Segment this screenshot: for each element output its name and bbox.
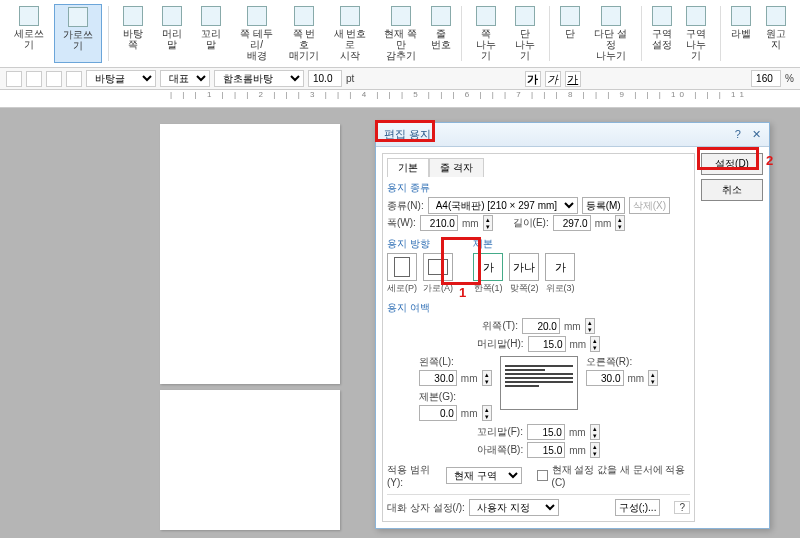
font-select[interactable]: 함초롬바탕 bbox=[214, 70, 304, 87]
paper-kind-label: 용지 종류 bbox=[387, 181, 690, 195]
underline-btn[interactable]: 가 bbox=[565, 71, 581, 87]
spinner-icon[interactable]: ▴▾ bbox=[648, 370, 658, 386]
section-break-icon bbox=[686, 6, 706, 26]
spinner-icon[interactable]: ▴▾ bbox=[482, 370, 492, 386]
page-number-icon bbox=[294, 6, 314, 26]
margin-header-input[interactable] bbox=[528, 336, 566, 352]
help-icon[interactable]: ? bbox=[735, 128, 741, 140]
preset-select[interactable]: 사용자 지정 bbox=[469, 499, 559, 516]
master-page-icon bbox=[123, 6, 143, 26]
dialog-title: 편집 용지 bbox=[384, 127, 431, 142]
ribbon-item-footer[interactable]: 꼬리말 bbox=[192, 4, 229, 63]
zoom-input[interactable] bbox=[751, 70, 781, 87]
ribbon-item-vertical-write[interactable]: 세로쓰기 bbox=[6, 4, 52, 63]
tb-btn[interactable] bbox=[66, 71, 82, 87]
binding-two[interactable]: 가나맞쪽(2) bbox=[509, 253, 539, 295]
ribbon-item-hide-page[interactable]: 현재 쪽만 감추기 bbox=[376, 4, 425, 63]
format-toolbar: 바탕글 대표 함초롬바탕 pt 가 가 가 % bbox=[0, 68, 800, 90]
margin-footer-input[interactable] bbox=[527, 424, 565, 440]
page-break-icon bbox=[476, 6, 496, 26]
help-icon[interactable]: ? bbox=[674, 501, 690, 514]
margin-right-input[interactable] bbox=[586, 370, 624, 386]
margins-label: 용지 여백 bbox=[387, 301, 690, 315]
italic-btn[interactable]: 가 bbox=[545, 71, 561, 87]
rep-select[interactable]: 대표 bbox=[160, 70, 210, 87]
ribbon-item-master-page[interactable]: 바탕쪽 bbox=[115, 4, 152, 63]
ribbon-item-section-setup[interactable]: 구역 설정 bbox=[648, 4, 676, 63]
horizontal-ruler: | | | 1 | | | 2 | | | 3 | | | 4 | | | 5 … bbox=[0, 90, 800, 108]
tab-basic[interactable]: 기본 bbox=[387, 158, 429, 177]
compose-button[interactable]: 구성(;)... bbox=[615, 499, 661, 516]
column-break-icon bbox=[515, 6, 535, 26]
margin-bottom-input[interactable] bbox=[527, 442, 565, 458]
margin-left-input[interactable] bbox=[419, 370, 457, 386]
cancel-button[interactable]: 취소 bbox=[701, 179, 763, 201]
spinner-icon[interactable]: ▴▾ bbox=[590, 442, 600, 458]
section-setup-icon bbox=[652, 6, 672, 26]
dialog-tabs: 기본 줄 격자 bbox=[387, 158, 690, 177]
vertical-write-icon bbox=[19, 6, 39, 26]
ribbon-item-line-number[interactable]: 줄 번호 bbox=[427, 4, 455, 63]
page[interactable] bbox=[160, 390, 340, 530]
margin-gutter-input[interactable] bbox=[419, 405, 457, 421]
ribbon-item-page-border[interactable]: 쪽 테두리/ 배경 bbox=[231, 4, 282, 63]
spinner-icon[interactable]: ▴▾ bbox=[482, 405, 492, 421]
new-number-icon bbox=[340, 6, 360, 26]
bold-btn[interactable]: 가 bbox=[525, 71, 541, 87]
page-setup-dialog: 편집 용지 ? ✕ 기본 줄 격자 용지 종류 종류(N): A4(국배판) [… bbox=[375, 122, 770, 529]
register-button[interactable]: 등록(M) bbox=[582, 197, 625, 214]
binding-up[interactable]: 가위로(3) bbox=[545, 253, 575, 295]
manuscript-icon bbox=[766, 6, 786, 26]
ribbon-item-multi-column[interactable]: 다단 설정 나누기 bbox=[586, 4, 635, 63]
spinner-icon[interactable]: ▴▾ bbox=[590, 336, 600, 352]
ribbon-item-page-number[interactable]: 쪽 번호 매기기 bbox=[284, 4, 323, 63]
ribbon-item-section-break[interactable]: 구역 나누기 bbox=[678, 4, 715, 63]
page[interactable] bbox=[160, 124, 340, 384]
ribbon-item-horizontal-write[interactable]: 가로쓰기 bbox=[54, 4, 102, 63]
delete-button: 삭제(X) bbox=[629, 197, 670, 214]
tb-btn[interactable] bbox=[26, 71, 42, 87]
apply-new-doc-checkbox[interactable] bbox=[537, 470, 547, 481]
style-select[interactable]: 바탕글 bbox=[86, 70, 156, 87]
ribbon-item-page-break[interactable]: 쪽 나누기 bbox=[468, 4, 505, 63]
spinner-icon[interactable]: ▴▾ bbox=[483, 215, 493, 231]
ok-button[interactable]: 설정(D) bbox=[701, 153, 763, 175]
page-border-icon bbox=[247, 6, 267, 26]
orient-portrait[interactable]: 세로(P) bbox=[387, 253, 417, 295]
paper-height-input[interactable] bbox=[553, 215, 591, 231]
binding-one[interactable]: 가한쪽(1) bbox=[473, 253, 503, 295]
ribbon-item-label[interactable]: 라벨 bbox=[727, 4, 755, 63]
line-number-icon bbox=[431, 6, 451, 26]
dialog-titlebar: 편집 용지 ? ✕ bbox=[376, 123, 769, 147]
ribbon-item-columns[interactable]: 단 bbox=[556, 4, 584, 63]
orientation-label: 용지 방향 bbox=[387, 237, 453, 251]
orient-landscape[interactable]: 가로(A) bbox=[423, 253, 453, 295]
spinner-icon[interactable]: ▴▾ bbox=[590, 424, 600, 440]
annotation-number: 2 bbox=[766, 153, 773, 168]
close-icon[interactable]: ✕ bbox=[752, 128, 761, 140]
margin-top-input[interactable] bbox=[522, 318, 560, 334]
ribbon-item-manuscript[interactable]: 원고지 bbox=[757, 4, 794, 63]
tab-grid[interactable]: 줄 격자 bbox=[429, 158, 484, 177]
tb-btn[interactable] bbox=[46, 71, 62, 87]
paper-width-input[interactable] bbox=[420, 215, 458, 231]
ribbon-item-header[interactable]: 머리말 bbox=[154, 4, 191, 63]
horizontal-write-icon bbox=[68, 7, 88, 27]
label-icon bbox=[731, 6, 751, 26]
binding-label: 제본 bbox=[473, 237, 575, 251]
margin-preview bbox=[500, 356, 578, 410]
spinner-icon[interactable]: ▴▾ bbox=[615, 215, 625, 231]
scope-select[interactable]: 현재 구역 bbox=[446, 467, 521, 484]
header-icon bbox=[162, 6, 182, 26]
font-size[interactable] bbox=[308, 70, 342, 87]
paper-type-select[interactable]: A4(국배판) [210 × 297 mm] bbox=[428, 197, 578, 214]
tb-btn[interactable] bbox=[6, 71, 22, 87]
annotation-number: 1 bbox=[459, 285, 466, 300]
ribbon-item-new-number[interactable]: 새 번호로 시작 bbox=[326, 4, 375, 63]
ribbon-item-column-break[interactable]: 단 나누기 bbox=[507, 4, 544, 63]
multi-column-icon bbox=[601, 6, 621, 26]
columns-icon bbox=[560, 6, 580, 26]
spinner-icon[interactable]: ▴▾ bbox=[585, 318, 595, 334]
hide-page-icon bbox=[391, 6, 411, 26]
ribbon: 세로쓰기 가로쓰기 바탕쪽 머리말 꼬리말 쪽 테두리/ 배경 쪽 번호 매기기… bbox=[0, 0, 800, 68]
